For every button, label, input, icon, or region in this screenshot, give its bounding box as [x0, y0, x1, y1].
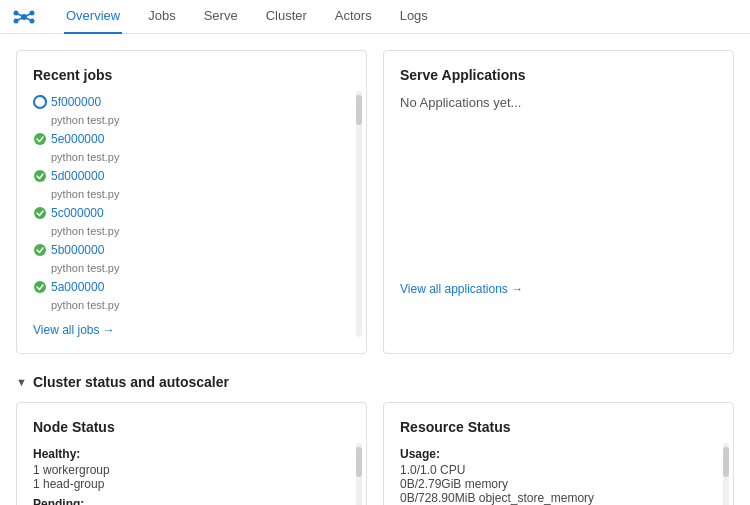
recent-jobs-title: Recent jobs: [33, 67, 350, 83]
resource-status-content: Usage: 1.0/1.0 CPU 0B/2.79GiB memory 0B/…: [400, 447, 717, 505]
top-row: Recent jobs 5f000000python test.py5e0000…: [16, 50, 734, 354]
jobs-list: 5f000000python test.py5e000000python tes…: [33, 95, 350, 311]
navigation: Overview Jobs Serve Cluster Actors Logs: [0, 0, 750, 34]
svg-point-11: [34, 170, 46, 182]
resource-status-title: Resource Status: [400, 419, 717, 435]
list-item: 5c000000python test.py: [33, 206, 350, 237]
pending-label: Pending:: [33, 497, 350, 505]
running-icon: [33, 95, 47, 112]
no-applications-text: No Applications yet...: [400, 95, 717, 110]
usage-label: Usage:: [400, 447, 717, 461]
success-icon: [33, 243, 47, 260]
recent-jobs-card: Recent jobs 5f000000python test.py5e0000…: [16, 50, 367, 354]
serve-applications-card: Serve Applications No Applications yet..…: [383, 50, 734, 354]
node-status-content: Healthy: 1 workergroup 1 head-group Pend…: [33, 447, 350, 505]
svg-point-12: [34, 207, 46, 219]
job-link[interactable]: 5f000000: [51, 95, 101, 109]
success-icon: [33, 169, 47, 186]
job-link[interactable]: 5b000000: [51, 243, 104, 257]
nav-overview[interactable]: Overview: [64, 0, 122, 34]
list-item: 5d000000python test.py: [33, 169, 350, 200]
job-link[interactable]: 5a000000: [51, 280, 104, 294]
success-icon: [33, 132, 47, 149]
logo: [12, 5, 36, 29]
node-status-card: Node Status Healthy: 1 workergroup 1 hea…: [16, 402, 367, 505]
job-file: python test.py: [51, 151, 350, 163]
serve-applications-title: Serve Applications: [400, 67, 717, 83]
svg-point-10: [34, 133, 46, 145]
cluster-section-header[interactable]: ▼ Cluster status and autoscaler: [16, 374, 734, 390]
healthy-headgroup: 1 head-group: [33, 477, 350, 491]
list-item: 5e000000python test.py: [33, 132, 350, 163]
job-link[interactable]: 5d000000: [51, 169, 104, 183]
nav-jobs[interactable]: Jobs: [146, 0, 177, 34]
job-file: python test.py: [51, 262, 350, 274]
list-item: 5f000000python test.py: [33, 95, 350, 126]
nav-actors[interactable]: Actors: [333, 0, 374, 34]
cpu-usage: 1.0/1.0 CPU: [400, 463, 717, 477]
nav-serve[interactable]: Serve: [202, 0, 240, 34]
main-content: Recent jobs 5f000000python test.py5e0000…: [0, 34, 750, 505]
job-link[interactable]: 5c000000: [51, 206, 104, 220]
healthy-workergroup: 1 workergroup: [33, 463, 350, 477]
resource-status-card: Resource Status Usage: 1.0/1.0 CPU 0B/2.…: [383, 402, 734, 505]
job-file: python test.py: [51, 299, 350, 311]
job-file: python test.py: [51, 225, 350, 237]
healthy-label: Healthy:: [33, 447, 350, 461]
bottom-row: Node Status Healthy: 1 workergroup 1 hea…: [16, 402, 734, 505]
job-link[interactable]: 5e000000: [51, 132, 104, 146]
cluster-section-title: Cluster status and autoscaler: [33, 374, 229, 390]
job-file: python test.py: [51, 114, 350, 126]
view-all-jobs-link[interactable]: View all jobs →: [33, 323, 350, 337]
list-item: 5a000000python test.py: [33, 280, 350, 311]
view-all-applications-link[interactable]: View all applications →: [400, 282, 717, 296]
node-status-title: Node Status: [33, 419, 350, 435]
success-icon: [33, 206, 47, 223]
memory-usage: 0B/2.79GiB memory: [400, 477, 717, 491]
svg-point-14: [34, 281, 46, 293]
list-item: 5b000000python test.py: [33, 243, 350, 274]
chevron-down-icon: ▼: [16, 376, 27, 388]
svg-point-13: [34, 244, 46, 256]
nav-logs[interactable]: Logs: [398, 0, 430, 34]
success-icon: [33, 280, 47, 297]
nav-cluster[interactable]: Cluster: [264, 0, 309, 34]
object-store-usage: 0B/728.90MiB object_store_memory: [400, 491, 717, 505]
job-file: python test.py: [51, 188, 350, 200]
